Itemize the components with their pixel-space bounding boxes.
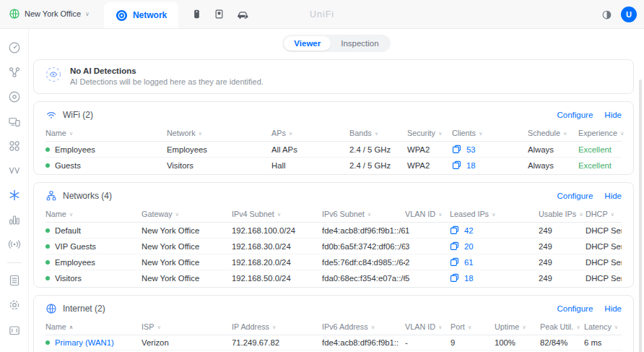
cell-aps: All APs: [271, 142, 349, 157]
internet-configure-link[interactable]: Configure: [557, 304, 593, 313]
theme-toggle-icon[interactable]: [601, 9, 612, 20]
column-header-schedule[interactable]: Schedule∨: [528, 125, 578, 141]
column-header-aps[interactable]: APs∨: [271, 125, 349, 141]
column-label: Gateway: [142, 210, 173, 218]
sidebar-item-ai[interactable]: [4, 186, 25, 205]
tab-inspection[interactable]: Inspection: [331, 36, 388, 51]
site-selector[interactable]: New York Office ∨: [0, 0, 97, 28]
sidebar-item-dashboard[interactable]: [4, 38, 25, 57]
cell-ipv4: 192.168.20.0/24: [232, 255, 322, 270]
cell-ipv4: 192.168.100.0/24: [232, 223, 322, 238]
table-row[interactable]: VIP GuestsNew York Office192.168.30.0/24…: [45, 239, 622, 254]
column-header-peak[interactable]: Peak Util.∨: [540, 319, 584, 335]
tab-viewer[interactable]: Viewer: [284, 36, 331, 51]
sidebar-item-toolbox[interactable]: [4, 320, 25, 340]
column-header-bands[interactable]: Bands∨: [349, 125, 407, 141]
column-header-ipv6[interactable]: IPv6 Address∨: [322, 319, 405, 335]
radios-icon: [8, 238, 21, 251]
table-row[interactable]: EmployeesEmployeesAll APs2.4 / 5 GHzWPA2…: [45, 142, 622, 158]
chevron-down-icon: ∨: [85, 11, 90, 17]
sidebar-item-devices[interactable]: [4, 87, 25, 106]
cell-leased[interactable]: 20: [450, 239, 539, 254]
cell-clients[interactable]: 18: [452, 158, 528, 173]
column-header-name[interactable]: Name∨: [45, 125, 167, 141]
sidebar-item-insights[interactable]: [4, 160, 25, 180]
column-header-security[interactable]: Security∨: [407, 125, 452, 141]
cell-ipv6: fd0b:6a5f:3742:df06::/64: [322, 239, 405, 254]
wifi-configure-link[interactable]: Configure: [557, 111, 593, 119]
sort-chevron-icon: ∨: [69, 130, 74, 137]
wifi-section-title: WiFi (2): [63, 110, 93, 120]
column-header-isp[interactable]: ISP∨: [142, 319, 232, 335]
column-header-dhcp[interactable]: DHCP∨: [586, 206, 622, 222]
column-header-port[interactable]: Port∨: [451, 319, 495, 335]
column-header-network[interactable]: Network∨: [167, 125, 271, 141]
table-row[interactable]: DefaultNew York Office192.168.100.0/24fd…: [45, 223, 622, 239]
column-header-name[interactable]: Name∨: [45, 206, 142, 222]
tab-network[interactable]: Network: [104, 2, 178, 28]
scrollbar[interactable]: [639, 80, 642, 352]
wifi-card: WiFi (2) Configure Hide Name∨Network∨APs…: [33, 101, 634, 175]
column-label: IP Address: [232, 322, 269, 331]
column-header-vlan[interactable]: VLAN ID∨: [405, 206, 450, 222]
cell-clients[interactable]: 53: [452, 142, 528, 157]
status-dot: [45, 244, 50, 249]
cell-leased[interactable]: 18: [450, 270, 539, 286]
ai-detections-subtitle: AI Detections will be logged here as the…: [70, 77, 264, 86]
sort-chevron-icon: ∨: [371, 324, 375, 330]
column-header-ipv4[interactable]: IPv4 Subnet∨: [232, 206, 322, 222]
column-header-experience[interactable]: Experience∨: [578, 125, 629, 141]
cell-usable: 249: [539, 223, 586, 238]
internet-hide-link[interactable]: Hide: [604, 304, 622, 313]
column-header-usable[interactable]: Usable IPs∨: [539, 206, 586, 222]
column-header-ip[interactable]: IP Address∨: [232, 319, 322, 335]
column-header-uptime[interactable]: Uptime∨: [495, 319, 540, 335]
device-panel-icon[interactable]: [214, 8, 225, 20]
user-avatar[interactable]: U: [621, 7, 637, 22]
cell-leased[interactable]: 61: [450, 254, 539, 270]
column-label: Latency: [584, 322, 612, 331]
sidebar-item-topology[interactable]: [4, 62, 25, 82]
cell-name[interactable]: Primary (WAN1): [45, 335, 142, 350]
sidebar-item-radios[interactable]: [4, 235, 25, 254]
networks-configure-link[interactable]: Configure: [557, 192, 593, 200]
column-header-clients[interactable]: Clients∨: [452, 125, 528, 141]
table-row[interactable]: Primary (WAN1)Verizon71.249.67.82fde4:ac…: [45, 335, 622, 351]
cell-leased[interactable]: 42: [450, 223, 539, 238]
wifi-hide-link[interactable]: Hide: [604, 111, 622, 119]
clients-icon: [8, 115, 21, 128]
row-name: Employees: [55, 145, 95, 154]
table-row[interactable]: VisitorsNew York Office192.168.50.0/24fd…: [45, 270, 622, 286]
device-car-icon[interactable]: [236, 8, 250, 20]
cell-ipv4: 192.168.50.0/24: [232, 271, 322, 286]
column-header-leased[interactable]: Leased IPs∨: [450, 206, 539, 222]
sidebar-item-settings[interactable]: [4, 296, 25, 315]
column-header-ipv6[interactable]: IPv6 Subnet∨: [322, 206, 405, 222]
column-header-gateway[interactable]: Gateway∨: [142, 206, 232, 222]
cell-usable: 249: [539, 271, 586, 286]
leased-clients-icon: [452, 160, 461, 170]
column-label: Clients: [452, 129, 476, 137]
statistics-icon: [8, 213, 21, 226]
brand-logo: UniFi: [310, 0, 334, 29]
sidebar-item-statistics[interactable]: [4, 210, 25, 230]
column-label: Experience: [578, 129, 617, 137]
sort-chevron-icon: ∨: [614, 324, 619, 330]
column-header-latency[interactable]: Latency∨: [584, 319, 622, 335]
sidebar-item-guests[interactable]: [4, 136, 25, 155]
row-name[interactable]: Primary (WAN1): [55, 338, 114, 347]
cell-vlan: 5: [405, 271, 450, 286]
row-name: Default: [55, 226, 81, 235]
table-row[interactable]: EmployeesNew York Office192.168.20.0/24f…: [45, 254, 622, 270]
sidebar-item-clients[interactable]: [4, 111, 25, 131]
column-header-name[interactable]: Name∧: [45, 319, 142, 335]
networks-hide-link[interactable]: Hide: [604, 192, 622, 200]
sort-chevron-icon: ∨: [611, 211, 615, 218]
cell-name: Visitors: [45, 271, 142, 286]
table-row[interactable]: GuestsVisitorsHall2.4 / 5 GHzWPA218Alway…: [45, 158, 622, 173]
ai-detections-title: No AI Detections: [70, 66, 264, 75]
column-header-vlan[interactable]: VLAN ID∨: [405, 319, 451, 335]
column-label: ISP: [142, 322, 154, 331]
sidebar-item-logs[interactable]: [4, 271, 25, 291]
device-tower-icon[interactable]: [191, 8, 202, 20]
